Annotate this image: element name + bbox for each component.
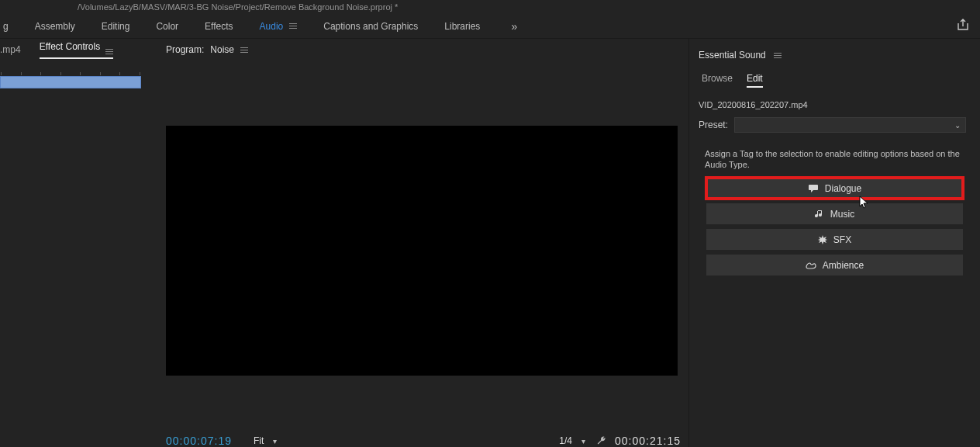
timeline-clip-strip[interactable] xyxy=(0,76,141,88)
left-panel: .mp4 Effect Controls xyxy=(0,39,155,447)
main-area: .mp4 Effect Controls Program: Noise 00:0… xyxy=(0,39,980,447)
essential-sound-title: Essential Sound xyxy=(699,50,766,61)
music-icon xyxy=(815,210,824,219)
dialogue-icon xyxy=(808,184,819,193)
workspace-tabs: g Assembly Editing Color Effects Audio C… xyxy=(0,14,980,39)
tab-edit[interactable]: Edit xyxy=(747,73,763,88)
chevron-down-icon: ▾ xyxy=(273,437,277,445)
resolution-select[interactable]: 1/4 ▾ xyxy=(559,435,585,446)
tag-dialogue-button[interactable]: Dialogue xyxy=(706,178,963,199)
panel-menu-icon[interactable] xyxy=(774,53,782,58)
tab-source-mp4[interactable]: .mp4 xyxy=(0,44,21,55)
workspace-effects[interactable]: Effects xyxy=(205,21,233,32)
program-panel-menu-icon[interactable] xyxy=(240,47,248,53)
resolution-label: 1/4 xyxy=(559,435,572,446)
workspace-editing[interactable]: Editing xyxy=(102,21,130,32)
tag-sfx-button[interactable]: SFX xyxy=(706,229,963,250)
workspace-assembly[interactable]: Assembly xyxy=(35,21,75,32)
timeline-ticks xyxy=(1,72,140,77)
tag-label: Dialogue xyxy=(825,183,861,194)
chevron-down-icon: ▾ xyxy=(581,437,585,445)
essential-sound-header: Essential Sound xyxy=(689,50,980,61)
project-path: /Volumes/LazyB/MASV/MAR/3-BG Noise/Proje… xyxy=(78,2,398,12)
preset-dropdown[interactable]: ⌄ xyxy=(734,117,966,133)
panel-menu-icon[interactable] xyxy=(105,49,113,54)
duration-timecode: 00:00:21:15 xyxy=(615,435,681,447)
program-label: Program: xyxy=(166,44,204,55)
program-monitor-header: Program: Noise xyxy=(155,39,688,61)
preset-label: Preset: xyxy=(699,120,728,130)
program-sequence-name: Noise xyxy=(210,44,234,55)
workspace-audio[interactable]: Audio xyxy=(260,21,298,32)
tab-browse[interactable]: Browse xyxy=(702,73,733,88)
tag-label: Ambience xyxy=(823,260,864,271)
zoom-fit-select[interactable]: Fit ▾ xyxy=(254,435,277,446)
program-transport-bar: 00:00:07:19 Fit ▾ 1/4 ▾ 00:00:21:15 xyxy=(166,430,681,447)
preset-row: Preset: ⌄ xyxy=(689,114,980,137)
workspace-menu-icon[interactable] xyxy=(289,23,297,29)
selected-clip-name: VID_20200816_202207.mp4 xyxy=(689,94,980,114)
tab-effect-controls[interactable]: Effect Controls xyxy=(40,41,113,59)
tag-label: Music xyxy=(830,209,854,220)
left-panel-tabs: .mp4 Effect Controls xyxy=(0,39,155,61)
program-monitor-panel: Program: Noise 00:00:07:19 Fit ▾ 1/4 ▾ 0… xyxy=(155,39,688,447)
workspace-captions-graphics[interactable]: Captions and Graphics xyxy=(323,21,418,32)
chevron-down-icon: ⌄ xyxy=(954,121,961,130)
export-icon[interactable] xyxy=(957,19,969,31)
workspace-audio-label: Audio xyxy=(260,21,284,32)
tag-label: SFX xyxy=(833,234,851,245)
program-viewport[interactable] xyxy=(166,126,678,376)
workspace-truncated[interactable]: g xyxy=(3,21,9,32)
sfx-icon xyxy=(818,235,827,244)
svg-rect-0 xyxy=(809,185,818,190)
zoom-fit-label: Fit xyxy=(254,435,264,446)
tag-music-button[interactable]: Music xyxy=(706,203,963,224)
tag-ambience-button[interactable]: Ambience xyxy=(706,255,963,275)
essential-sound-panel: Essential Sound Browse Edit VID_20200816… xyxy=(688,39,980,447)
assign-tag-instruction: Assign a Tag to the selection to enable … xyxy=(689,137,980,178)
more-workspaces-icon[interactable]: » xyxy=(511,20,517,33)
essential-sound-tabs: Browse Edit xyxy=(689,61,980,94)
playhead-timecode[interactable]: 00:00:07:19 xyxy=(166,435,232,447)
title-bar: /Volumes/LazyB/MASV/MAR/3-BG Noise/Proje… xyxy=(0,0,980,14)
workspace-color[interactable]: Color xyxy=(156,21,178,32)
workspace-libraries[interactable]: Libraries xyxy=(444,21,480,32)
ambience-icon xyxy=(806,261,816,270)
wrench-icon[interactable] xyxy=(596,435,607,446)
tab-effect-controls-label: Effect Controls xyxy=(40,41,100,52)
